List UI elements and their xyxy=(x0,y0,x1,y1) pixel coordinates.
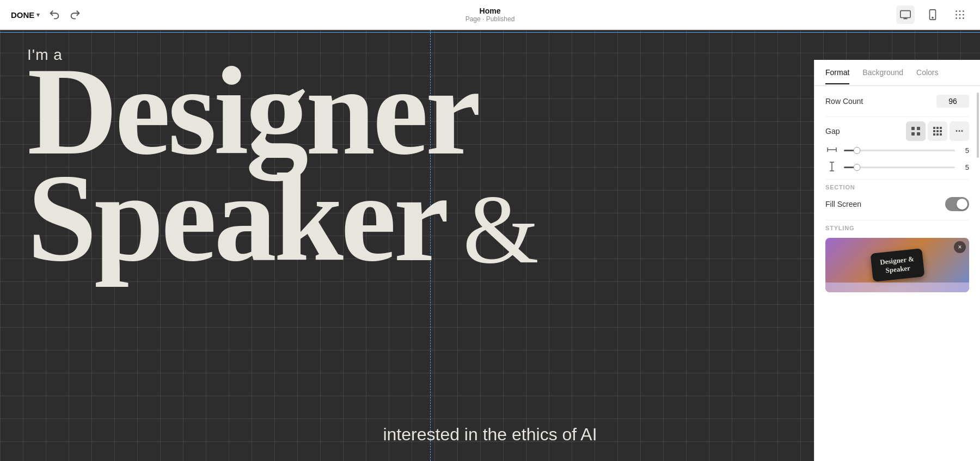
tab-background[interactable]: Background xyxy=(862,68,903,84)
gap-row: Gap xyxy=(825,121,969,141)
guide-vertical-left xyxy=(430,30,431,461)
divider-2 xyxy=(825,179,969,180)
svg-rect-20 xyxy=(936,130,939,132)
topbar-center: Home Page · Published xyxy=(465,7,515,23)
desktop-device-button[interactable] xyxy=(896,5,915,24)
done-label: DONE xyxy=(11,10,34,20)
svg-rect-23 xyxy=(936,133,939,136)
svg-rect-14 xyxy=(911,132,915,136)
svg-rect-18 xyxy=(940,127,942,129)
svg-point-10 xyxy=(959,17,961,19)
vertical-gap-value: 5 xyxy=(960,163,969,171)
horizontal-gap-track[interactable] xyxy=(844,150,955,151)
gap-grid-large-button[interactable] xyxy=(906,121,926,141)
fill-screen-toggle[interactable] xyxy=(945,197,969,211)
gap-more-button[interactable]: ··· xyxy=(950,121,969,141)
horizontal-gap-thumb[interactable] xyxy=(854,147,861,154)
svg-rect-19 xyxy=(933,130,935,132)
tab-format[interactable]: Format xyxy=(825,68,849,84)
svg-rect-16 xyxy=(933,127,935,129)
fill-screen-label: Fill Screen xyxy=(825,200,861,208)
row-count-label: Row Count xyxy=(825,97,863,106)
row-count-row: Row Count xyxy=(825,95,969,108)
svg-rect-21 xyxy=(940,130,942,132)
svg-rect-15 xyxy=(917,132,920,136)
svg-rect-12 xyxy=(911,127,915,130)
panel-tabs: Format Background Colors xyxy=(814,60,980,86)
vertical-gap-icon xyxy=(825,161,838,174)
styling-section-header: STYLING xyxy=(825,225,969,231)
horizontal-gap-slider-row: 5 xyxy=(825,145,969,156)
svg-rect-13 xyxy=(917,127,920,130)
chevron-down-icon: ▾ xyxy=(36,11,40,19)
svg-point-7 xyxy=(959,14,961,16)
panel-scrollbar-thumb[interactable] xyxy=(977,93,979,158)
svg-point-2 xyxy=(932,17,933,19)
svg-rect-0 xyxy=(901,11,910,18)
gap-grid-small-button[interactable] xyxy=(928,121,947,141)
svg-point-4 xyxy=(959,10,961,12)
svg-point-5 xyxy=(963,10,964,12)
styling-card-image[interactable]: Designer & Speaker × xyxy=(825,238,969,292)
horizontal-gap-value: 5 xyxy=(960,146,969,155)
styling-card-wave xyxy=(825,282,969,292)
topbar: DONE ▾ Home Page · Published xyxy=(0,0,980,30)
svg-point-6 xyxy=(955,14,957,16)
canvas: I'm a Designer Speaker & interested in t… xyxy=(0,30,980,461)
styling-card: Designer & Speaker × xyxy=(825,238,969,292)
page-status: Page · Published xyxy=(465,15,515,23)
fill-screen-row: Fill Screen xyxy=(825,197,969,211)
vertical-gap-thumb[interactable] xyxy=(854,164,861,171)
row-count-input[interactable] xyxy=(936,95,969,108)
undo-button[interactable] xyxy=(48,9,60,21)
divider-3 xyxy=(825,220,969,220)
panel-content: Row Count Gap xyxy=(814,86,980,461)
grid-menu-button[interactable] xyxy=(951,5,969,24)
divider-1 xyxy=(825,116,969,117)
fill-screen-toggle-knob xyxy=(957,199,967,210)
tab-colors[interactable]: Colors xyxy=(916,68,938,84)
svg-rect-24 xyxy=(940,133,942,136)
gap-label: Gap xyxy=(825,127,840,136)
done-button[interactable]: DONE ▾ xyxy=(11,10,40,20)
svg-rect-17 xyxy=(936,127,939,129)
horizontal-gap-icon xyxy=(825,145,838,156)
vertical-gap-slider-row: 5 xyxy=(825,161,969,174)
svg-point-8 xyxy=(963,14,964,16)
svg-point-11 xyxy=(963,17,964,19)
gap-icons: ··· xyxy=(906,121,969,141)
topbar-left: DONE ▾ xyxy=(11,9,81,21)
close-styling-button[interactable]: × xyxy=(954,241,966,253)
section-section-header: SECTION xyxy=(825,184,969,190)
page-title: Home xyxy=(465,7,515,15)
mobile-device-button[interactable] xyxy=(923,5,942,24)
hero-bottom-text: interested in the ethics of AI xyxy=(383,425,597,445)
panel-scrollbar[interactable] xyxy=(977,87,979,461)
svg-point-9 xyxy=(955,17,957,19)
svg-point-3 xyxy=(955,10,957,12)
guide-horizontal xyxy=(0,32,980,33)
right-panel: Format Background Colors Row Count Gap xyxy=(814,60,980,461)
vertical-gap-track[interactable] xyxy=(844,167,955,168)
topbar-right xyxy=(896,5,969,24)
styling-card-inner: Designer & Speaker xyxy=(870,248,924,282)
svg-rect-22 xyxy=(933,133,935,136)
redo-button[interactable] xyxy=(69,9,81,21)
